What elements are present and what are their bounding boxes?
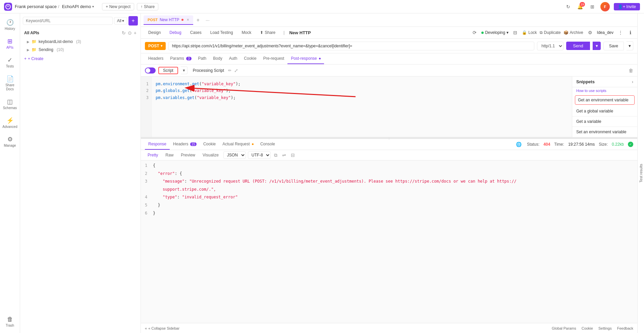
archive-button[interactable]: 📦 Archive [564, 30, 583, 35]
grid-icon[interactable]: ⊞ [588, 3, 596, 11]
resp-tab-cookie[interactable]: Cookie [200, 139, 219, 150]
resp-tab-actual-request[interactable]: Actual Request [219, 139, 257, 150]
save-dropdown-button[interactable]: ▾ [627, 41, 633, 50]
resp-tab-response[interactable]: Response [145, 139, 170, 150]
tab-add-button[interactable]: + [194, 16, 202, 25]
req-tab-path[interactable]: Path [195, 53, 210, 64]
format-tab-raw[interactable]: Raw [163, 152, 176, 158]
method-select[interactable]: POST ▾ [145, 42, 166, 50]
settings-link[interactable]: Settings [598, 326, 612, 330]
sidebar-item-schemas[interactable]: ◫ Schemas [1, 95, 19, 113]
delete-script-icon[interactable]: 🗑 [629, 68, 633, 73]
create-row[interactable]: + + Create [20, 54, 141, 64]
snippet-label-set-env: Set an environment variable [576, 130, 626, 134]
sort-apis-icon[interactable]: ⊙ [128, 30, 132, 36]
sync-icon[interactable]: ⟳ [471, 29, 479, 36]
req-tab-auth[interactable]: Auth [226, 53, 241, 64]
req-tab-postresponse[interactable]: Post-response [287, 53, 324, 64]
sidebar-item-apis[interactable]: ⊞ APIs [1, 35, 19, 52]
script-button[interactable]: Script [158, 67, 178, 74]
invite-button[interactable]: 👤+ Invite [614, 3, 640, 10]
search-input[interactable] [23, 17, 113, 25]
nav-tab-cases[interactable]: Cases [187, 29, 205, 36]
feedback-link[interactable]: Feedback [617, 326, 633, 330]
req-tab-cookie[interactable]: Cookie [240, 53, 260, 64]
more-settings-icon[interactable]: ⋮ [616, 29, 625, 36]
script-dropdown-button[interactable]: ▾ [181, 66, 187, 74]
format-tab-pretty[interactable]: Pretty [145, 152, 161, 158]
notification-icon[interactable]: 🔔 19 [576, 3, 584, 11]
tab-new-http[interactable]: POST New HTTP × [144, 15, 193, 25]
snippet-item-env-var[interactable]: Get an environment variable [575, 95, 635, 105]
snippet-item-set-env-var[interactable]: Set an environment variable [572, 127, 637, 137]
global-params-link[interactable]: Global Params [552, 326, 576, 330]
tree-item-keyboard[interactable]: ▶ 📁 keyboardList-demo (3) [20, 38, 141, 46]
req-tab-body[interactable]: Body [210, 53, 225, 64]
folder-icon-2: 📁 [32, 47, 37, 52]
req-tab-headers[interactable]: Headers [145, 53, 167, 64]
refresh-apis-icon[interactable]: ↻ [122, 30, 126, 36]
settings-icon[interactable]: ⚙ [586, 29, 594, 36]
nav-tab-mock[interactable]: Mock [238, 29, 255, 36]
nav-tab-load-testing[interactable]: Load Testing [207, 29, 236, 36]
code-content[interactable]: pm.environment.get("variable_key"); pm.g… [152, 77, 572, 137]
lock-button[interactable]: 🔒 Lock [522, 30, 537, 35]
env-select[interactable]: Developing ▾ [481, 30, 508, 35]
format-tab-preview[interactable]: Preview [178, 152, 198, 158]
url-input[interactable] [168, 42, 535, 50]
nav-tab-debug[interactable]: Debug [166, 29, 184, 36]
copy-icon[interactable]: ⧉ [273, 152, 279, 159]
snippet-item-global-var[interactable]: Get a global variable [572, 106, 637, 116]
sidebar-item-trash[interactable]: 🗑 Trash [1, 313, 19, 330]
format-tab-visualize[interactable]: Visualize [200, 152, 221, 158]
send-dropdown-button[interactable]: ▾ [593, 42, 601, 50]
share-button[interactable]: ↑ Share [137, 3, 158, 10]
tree-item-sending[interactable]: ▶ 📁 Sending (10) [20, 46, 141, 54]
sidebar-item-tests[interactable]: ✓ Tests [1, 54, 19, 71]
schemas-icon: ◫ [7, 98, 13, 105]
info-icon[interactable]: ℹ [628, 29, 633, 36]
req-tab-params[interactable]: Params 3 [167, 53, 195, 64]
new-project-button[interactable]: + New project [102, 3, 134, 10]
resp-tab-headers[interactable]: Headers 15 [170, 139, 200, 150]
project-name[interactable]: EchoAPI demo ▾ [62, 4, 94, 9]
edit-script-icon[interactable]: ✏ [228, 68, 231, 73]
tab-more-button[interactable]: ··· [203, 16, 212, 24]
tab-close-icon[interactable]: × [187, 17, 189, 22]
resp-tab-console[interactable]: Console [257, 139, 278, 150]
collapse-sidebar-button[interactable]: « « Collapse Sidebar [145, 326, 179, 330]
maximize-icon[interactable]: ⤢ [234, 68, 238, 73]
env-label: Developing [485, 30, 505, 35]
sidebar-item-manage[interactable]: ⚙ Manage [1, 133, 19, 150]
nav-tab-share[interactable]: ⬆ Share [257, 29, 279, 36]
workspace-name[interactable]: Frank personal space [15, 4, 57, 9]
format-select[interactable]: JSON [223, 151, 246, 159]
invite-icon: 👤+ [618, 4, 625, 9]
save-button[interactable]: Save [603, 42, 624, 50]
layout-icon[interactable]: ⊟ [511, 29, 519, 36]
add-api-button[interactable]: + [128, 16, 138, 26]
nav-tab-design[interactable]: Design [145, 29, 164, 36]
how-to-use-link[interactable]: How to use scripts [572, 87, 637, 94]
sidebar-item-advanced[interactable]: ⚡ Advanced [1, 114, 19, 132]
script-toggle[interactable] [145, 67, 156, 74]
format-options-icon[interactable]: ⊟ [289, 152, 296, 158]
protocol-select[interactable]: http/1.1 [537, 42, 564, 50]
sidebar-item-history[interactable]: 🕐 History [1, 16, 19, 34]
avatar[interactable]: F [600, 2, 610, 11]
cookie-link[interactable]: Cookie [582, 326, 593, 330]
more-apis-icon[interactable]: + [134, 30, 137, 36]
duplicate-button[interactable]: ⧉ Duplicate [540, 30, 561, 35]
snippet-label-env: Get an environment variable [578, 98, 629, 102]
test-results-sidebar[interactable]: Test results [637, 13, 644, 333]
wrap-icon[interactable]: ⇌ [281, 152, 287, 158]
snippets-collapse-icon[interactable]: › [632, 79, 633, 84]
refresh-icon[interactable]: ↻ [564, 3, 572, 11]
encoding-select[interactable]: UTF-8 [248, 151, 271, 159]
sidebar-item-share-docs[interactable]: 📄 Share Docs [1, 73, 19, 94]
resize-handle[interactable]: ⋮ [141, 137, 637, 139]
req-tab-prerequest[interactable]: Pre-request [260, 53, 288, 64]
all-filter-button[interactable]: All ▾ [114, 17, 127, 25]
snippet-item-var[interactable]: Get a variable [572, 116, 637, 127]
send-button[interactable]: Send [566, 42, 590, 50]
